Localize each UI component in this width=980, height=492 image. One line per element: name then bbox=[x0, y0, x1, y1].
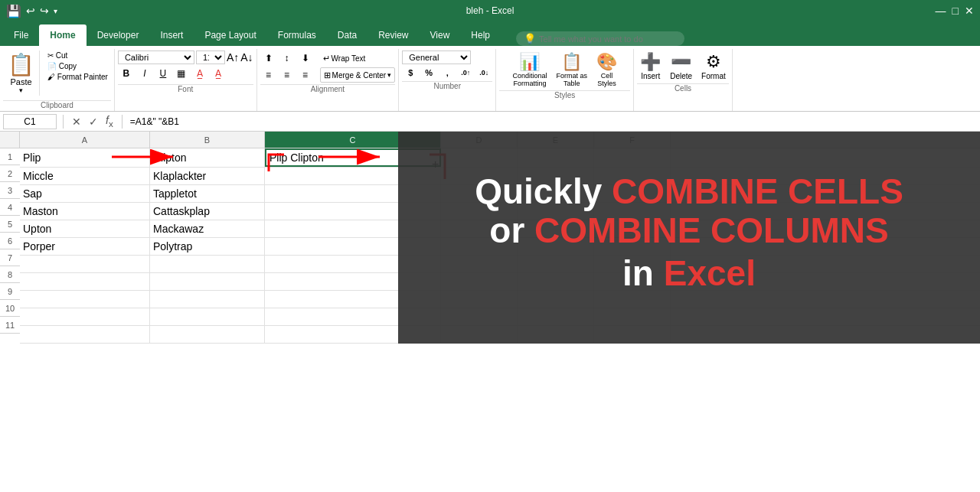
increase-font-size-button[interactable]: A↑ bbox=[227, 51, 239, 64]
underline-button[interactable]: U bbox=[155, 66, 172, 81]
middle-align-button[interactable]: ↕ bbox=[279, 51, 296, 66]
row-header-9[interactable]: 9 bbox=[0, 283, 20, 300]
decrease-font-size-button[interactable]: A↓ bbox=[240, 51, 253, 64]
corner-cell[interactable] bbox=[0, 132, 20, 148]
cell-b11[interactable] bbox=[150, 326, 265, 343]
row-header-7[interactable]: 7 bbox=[0, 249, 20, 266]
wrap-text-button[interactable]: ↵ Wrap Text bbox=[320, 51, 369, 66]
cell-a3[interactable]: Sap bbox=[20, 185, 150, 202]
tab-developer[interactable]: Developer bbox=[87, 24, 150, 46]
quick-access-more[interactable]: ▾ bbox=[54, 7, 57, 15]
row-header-8[interactable]: 8 bbox=[0, 266, 20, 283]
tab-page-layout[interactable]: Page Layout bbox=[194, 24, 266, 46]
undo-icon[interactable]: ↩ bbox=[26, 5, 35, 17]
clipboard-group: 📋 Paste ▾ ✂ Cut 📄 Copy 🖌 Format Painter … bbox=[0, 49, 115, 111]
font-name-select[interactable]: Calibri bbox=[118, 51, 194, 64]
paste-button[interactable]: 📋 Paste ▾ bbox=[3, 51, 40, 96]
minimize-icon[interactable]: — bbox=[936, 5, 946, 17]
border-button[interactable]: ▦ bbox=[173, 66, 190, 81]
paste-dropdown-icon[interactable]: ▾ bbox=[19, 86, 23, 94]
row-header-11[interactable]: 11 bbox=[0, 317, 20, 334]
cell-a4[interactable]: Maston bbox=[20, 203, 150, 220]
cell-a8[interactable] bbox=[20, 273, 150, 290]
cell-b5[interactable]: Mackawaz bbox=[150, 220, 265, 237]
cell-a7[interactable] bbox=[20, 256, 150, 272]
tab-file[interactable]: File bbox=[3, 24, 39, 46]
number-format-select[interactable]: General Number Currency Percentage bbox=[402, 51, 471, 64]
cancel-formula-button[interactable]: ✕ bbox=[70, 116, 83, 128]
copy-button[interactable]: 📄 Copy bbox=[44, 61, 111, 71]
cell-b3[interactable]: Tappletot bbox=[150, 185, 265, 202]
row-header-6[interactable]: 6 bbox=[0, 233, 20, 249]
top-align-button[interactable]: ⬆ bbox=[260, 51, 277, 66]
tab-help[interactable]: Help bbox=[460, 24, 501, 46]
cell-a11[interactable] bbox=[20, 326, 150, 343]
tab-review[interactable]: Review bbox=[368, 24, 419, 46]
tab-view[interactable]: View bbox=[420, 24, 461, 46]
row-header-4[interactable]: 4 bbox=[0, 199, 20, 216]
tab-data[interactable]: Data bbox=[327, 24, 368, 46]
cell-a1[interactable]: Plip bbox=[20, 148, 150, 167]
row-header-2[interactable]: 2 bbox=[0, 165, 20, 182]
cell-a9[interactable] bbox=[20, 291, 150, 308]
cell-b10[interactable] bbox=[150, 308, 265, 325]
bold-button[interactable]: B bbox=[118, 66, 135, 81]
delete-button[interactable]: ➖ Delete bbox=[667, 51, 695, 82]
format-as-table-button[interactable]: 📋 Format asTable bbox=[553, 51, 590, 89]
conditional-formatting-button[interactable]: 📊 ConditionalFormatting bbox=[509, 51, 550, 89]
percent-button[interactable]: % bbox=[420, 66, 437, 80]
font-size-select[interactable]: 11 bbox=[196, 51, 225, 64]
insert-function-button[interactable]: fx bbox=[103, 114, 116, 129]
center-align-button[interactable]: ≡ bbox=[279, 67, 296, 83]
confirm-formula-button[interactable]: ✓ bbox=[87, 116, 100, 128]
cells-label: Cells bbox=[637, 83, 729, 94]
tab-home[interactable]: Home bbox=[39, 24, 86, 46]
cell-b1[interactable]: Clipton bbox=[150, 148, 265, 167]
bottom-align-button[interactable]: ⬇ bbox=[297, 51, 314, 66]
row-header-10[interactable]: 10 bbox=[0, 300, 20, 317]
alignment-group: ⬆ ↕ ⬇ ↵ Wrap Text ≡ ≡ ≡ ⊞ Mer bbox=[257, 49, 400, 111]
col-header-b[interactable]: B bbox=[150, 132, 265, 148]
italic-button[interactable]: I bbox=[136, 66, 153, 81]
formula-input[interactable] bbox=[129, 115, 977, 129]
number-buttons: $ % , .0↑ .0↓ bbox=[402, 66, 492, 80]
currency-button[interactable]: $ bbox=[402, 66, 419, 80]
merge-center-button[interactable]: ⊞ Merge & Center ▾ bbox=[320, 67, 396, 83]
cell-a5[interactable]: Upton bbox=[20, 220, 150, 237]
tab-formulas[interactable]: Formulas bbox=[267, 24, 327, 46]
cell-b4[interactable]: Cattaskplap bbox=[150, 203, 265, 220]
row-header-1[interactable]: 1 bbox=[0, 148, 20, 165]
format-button[interactable]: ⚙ Format bbox=[698, 51, 729, 82]
right-align-button[interactable]: ≡ bbox=[297, 67, 314, 83]
font-color-button[interactable]: A̲ bbox=[210, 66, 227, 81]
cell-a10[interactable] bbox=[20, 308, 150, 325]
cell-b2[interactable]: Klaplackter bbox=[150, 168, 265, 184]
save-icon[interactable]: 💾 bbox=[6, 4, 21, 18]
col-header-a[interactable]: A bbox=[20, 132, 150, 148]
cell-b8[interactable] bbox=[150, 273, 265, 290]
cell-b6[interactable]: Polytrap bbox=[150, 238, 265, 255]
merge-dropdown-icon[interactable]: ▾ bbox=[387, 71, 391, 79]
format-painter-button[interactable]: 🖌 Format Painter bbox=[44, 72, 111, 82]
cell-b9[interactable] bbox=[150, 291, 265, 308]
cell-b7[interactable] bbox=[150, 256, 265, 272]
row-header-3[interactable]: 3 bbox=[0, 182, 20, 199]
banner-line2: or COMBINE COLUMNS bbox=[489, 211, 888, 250]
increase-decimal-button[interactable]: .0↑ bbox=[457, 66, 474, 80]
insert-button[interactable]: ➕ Insert bbox=[637, 51, 664, 82]
row-header-5[interactable]: 5 bbox=[0, 216, 20, 233]
redo-icon[interactable]: ↪ bbox=[40, 5, 49, 17]
tell-me-input[interactable] bbox=[539, 34, 677, 44]
cell-name-box[interactable] bbox=[3, 114, 57, 129]
cell-a6[interactable]: Porper bbox=[20, 238, 150, 255]
tab-insert[interactable]: Insert bbox=[149, 24, 194, 46]
fill-color-button[interactable]: A̲ bbox=[191, 66, 208, 81]
cell-styles-button[interactable]: 🎨 CellStyles bbox=[593, 51, 620, 89]
left-align-button[interactable]: ≡ bbox=[260, 67, 277, 83]
cell-a2[interactable]: Miccle bbox=[20, 168, 150, 184]
cut-button[interactable]: ✂ Cut bbox=[44, 51, 111, 60]
comma-button[interactable]: , bbox=[439, 66, 456, 80]
decrease-decimal-button[interactable]: .0↓ bbox=[475, 66, 492, 80]
close-icon[interactable]: ✕ bbox=[965, 5, 974, 17]
maximize-icon[interactable]: □ bbox=[952, 5, 959, 17]
